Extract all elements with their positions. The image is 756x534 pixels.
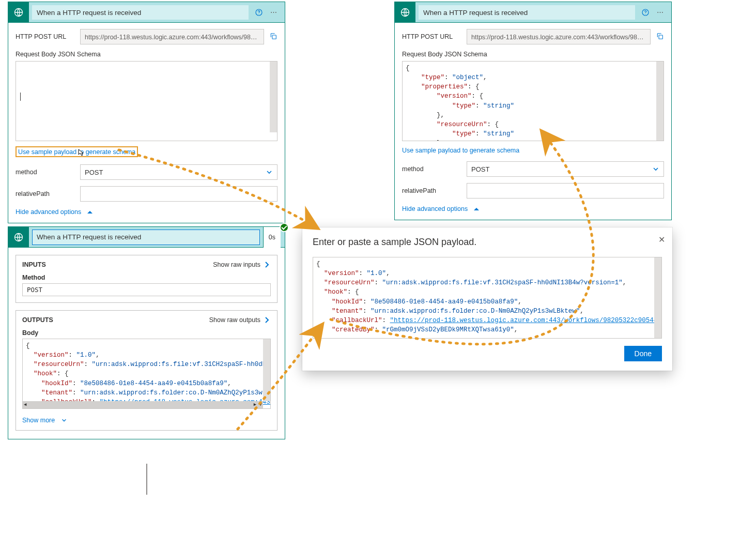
http-trigger-run-card: When a HTTP request is received 0s INPUT…	[8, 226, 285, 439]
http-trigger-card-filled: When a HTTP request is received ⋯ HTTP P…	[394, 2, 672, 220]
url-label: HTTP POST URL	[402, 33, 461, 40]
svg-point-6	[645, 13, 645, 14]
card-header[interactable]: When a HTTP request is received 0s	[8, 227, 285, 248]
copy-icon[interactable]	[269, 32, 277, 42]
http-globe-icon	[8, 2, 29, 23]
use-sample-payload-link[interactable]: Use sample payload to generate schema	[402, 147, 519, 154]
method-select[interactable]: POST	[467, 161, 664, 177]
card-body: HTTP POST URL https://prod-118.westus.lo…	[8, 23, 285, 223]
method-label: Method	[22, 274, 271, 281]
help-icon[interactable]	[252, 5, 266, 20]
http-globe-icon	[395, 2, 415, 23]
relpath-input[interactable]	[80, 186, 277, 202]
flow-connector	[146, 464, 147, 495]
success-badge-icon	[280, 223, 289, 232]
schema-label: Request Body JSON Schema	[16, 51, 277, 58]
hide-advanced-link[interactable]: Hide advanced options	[402, 205, 479, 212]
card-body: HTTP POST URL https://prod-118.westus.lo…	[395, 23, 671, 220]
card-title[interactable]: When a HTTP request is received	[32, 230, 260, 245]
relpath-input[interactable]	[467, 183, 664, 199]
url-label: HTTP POST URL	[16, 33, 75, 40]
show-raw-inputs-link[interactable]: Show raw inputs	[213, 261, 271, 269]
http-url-box[interactable]: https://prod-118.westus.logic.azure.com:…	[467, 29, 651, 44]
relpath-label: relativePath	[402, 187, 461, 194]
use-sample-payload-link[interactable]: Use sample payload to generate schema	[18, 148, 135, 156]
http-globe-icon	[8, 227, 29, 248]
card-header: When a HTTP request is received ⋯	[8, 2, 285, 23]
schema-label: Request Body JSON Schema	[402, 51, 664, 58]
hide-advanced-link[interactable]: Hide advanced options	[16, 208, 92, 216]
method-label: method	[402, 165, 461, 173]
svg-rect-3	[272, 35, 276, 39]
card-header: When a HTTP request is received ⋯	[395, 2, 671, 23]
http-url-box[interactable]: https://prod-118.westus.logic.azure.com:…	[80, 29, 264, 44]
svg-point-2	[258, 13, 259, 14]
inputs-section: INPUTS Show raw inputs Method POST	[16, 255, 277, 303]
outputs-title: OUTPUTS	[22, 316, 53, 324]
chevron-up-icon	[474, 208, 479, 210]
more-icon[interactable]: ⋯	[266, 5, 281, 20]
card-title[interactable]: When a HTTP request is received	[32, 5, 249, 20]
sample-payload-dialog: ✕ Enter or paste a sample JSON payload. …	[302, 227, 672, 371]
method-select[interactable]: POST	[80, 164, 277, 180]
show-more-link[interactable]: Show more	[22, 417, 67, 424]
body-label: Body	[22, 329, 271, 337]
schema-textarea[interactable]: { "type": "object", "properties": { "ver…	[402, 61, 664, 141]
more-icon[interactable]: ⋯	[653, 5, 667, 20]
relpath-label: relativePath	[16, 190, 75, 197]
method-value: POST	[22, 283, 271, 296]
duration-badge: 0s	[263, 227, 281, 248]
highlight-box: Use sample payload to generate schema	[16, 146, 138, 157]
show-raw-outputs-link[interactable]: Show raw outputs	[209, 316, 271, 324]
http-trigger-card-empty: When a HTTP request is received ⋯ HTTP P…	[8, 2, 285, 223]
done-button[interactable]: Done	[624, 346, 662, 361]
body-viewer[interactable]: { "version": "1.0", "resourceUrn": "urn:…	[22, 339, 271, 409]
card-title[interactable]: When a HTTP request is received	[419, 5, 635, 20]
schema-textarea[interactable]	[16, 61, 277, 141]
chevron-up-icon	[87, 211, 92, 213]
outputs-section: OUTPUTS Show raw outputs Body { "version…	[16, 310, 277, 431]
close-icon[interactable]: ✕	[658, 235, 665, 245]
inputs-title: INPUTS	[22, 261, 46, 268]
method-select-value: POST	[471, 165, 489, 173]
method-select-value: POST	[85, 169, 103, 176]
copy-icon[interactable]	[656, 32, 664, 42]
svg-rect-7	[659, 35, 662, 39]
payload-textarea[interactable]: { "version": "1.0", "resourceUrn": "urn:…	[313, 257, 662, 339]
method-label: method	[16, 169, 75, 176]
help-icon[interactable]	[638, 5, 653, 20]
dialog-title: Enter or paste a sample JSON payload.	[313, 237, 662, 248]
